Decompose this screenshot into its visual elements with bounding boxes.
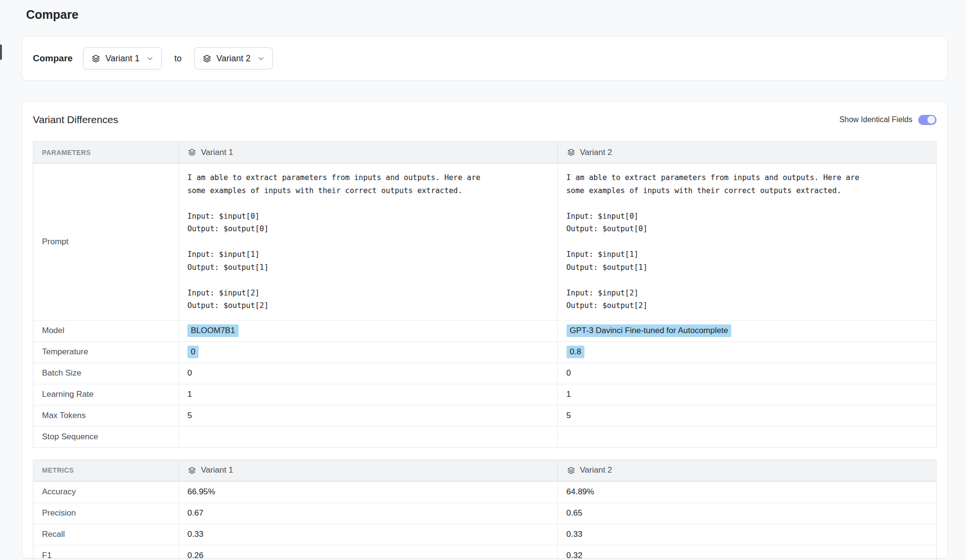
row-value-variant1: 5 bbox=[178, 406, 557, 426]
diff-highlight: GPT-3 Davinci Fine-tuned for Autocomplet… bbox=[567, 324, 732, 337]
row-value-variant2: 0 bbox=[557, 363, 937, 384]
row-value-variant1: 0 bbox=[178, 363, 557, 384]
to-label: to bbox=[172, 54, 184, 64]
table-row-stop-sequence: Stop Sequence bbox=[33, 426, 936, 448]
row-value-variant1: 0.26 bbox=[178, 546, 557, 560]
prompt-text: I am able to extract parameters from inp… bbox=[567, 171, 860, 312]
row-value-variant2: 1 bbox=[557, 384, 937, 405]
row-label: Precision bbox=[33, 503, 178, 524]
row-value-variant1: I am able to extract parameters from inp… bbox=[178, 164, 557, 320]
variant-differences-title: Variant Differences bbox=[33, 114, 118, 126]
table-row-learning-rate: Learning Rate 1 1 bbox=[33, 384, 936, 405]
layers-icon bbox=[187, 148, 197, 157]
row-value-variant2: 0.33 bbox=[557, 524, 937, 545]
column-header-variant2: Variant 2 bbox=[557, 142, 937, 163]
layers-icon bbox=[567, 148, 576, 157]
row-label: Accuracy bbox=[33, 482, 178, 503]
row-value-variant1: 0 bbox=[178, 342, 557, 363]
row-value-variant2: 0.32 bbox=[557, 546, 937, 560]
table-row-f1: F1 0.26 0.32 bbox=[33, 545, 936, 560]
table-row-max-tokens: Max Tokens 5 5 bbox=[33, 405, 936, 426]
row-label: Batch Size bbox=[33, 363, 178, 384]
column-header-variant2-label: Variant 2 bbox=[580, 465, 612, 475]
table-row-accuracy: Accuracy 66.95% 64.89% bbox=[33, 481, 936, 503]
row-label: F1 bbox=[33, 546, 178, 560]
scrollbar[interactable] bbox=[0, 44, 2, 60]
table-row-model: Model BLOOM7B1 GPT-3 Davinci Fine-tuned … bbox=[33, 320, 936, 341]
row-value-variant2: 0.8 bbox=[557, 342, 937, 363]
layers-icon bbox=[187, 466, 197, 475]
compare-selector-card: Compare Variant 1 to Variant 2 bbox=[22, 36, 948, 81]
row-value-variant1: 1 bbox=[178, 384, 557, 405]
parameters-header-row: PARAMETERS Variant 1 Variant 2 bbox=[33, 142, 936, 163]
row-value-variant2: 5 bbox=[557, 406, 937, 426]
layers-icon bbox=[202, 54, 212, 64]
column-header-variant2-label: Variant 2 bbox=[580, 148, 612, 157]
variant-1-dropdown-label: Variant 1 bbox=[105, 54, 140, 64]
variant-differences-card: Variant Differences Show Identical Field… bbox=[22, 101, 948, 559]
diff-highlight: 0.8 bbox=[567, 346, 585, 358]
row-value-variant1: 66.95% bbox=[178, 482, 557, 503]
table-row-precision: Precision 0.67 0.65 bbox=[33, 503, 936, 524]
diff-highlight: 0 bbox=[187, 346, 199, 358]
diff-highlight: BLOOM7B1 bbox=[187, 324, 239, 337]
page-title: Compare bbox=[26, 8, 78, 22]
metrics-table: METRICS Variant 1 Variant 2 Accuracy 66.… bbox=[33, 460, 937, 560]
column-header-variant1: Variant 1 bbox=[178, 142, 557, 163]
row-value-variant2: 64.89% bbox=[557, 482, 937, 503]
row-value-variant1 bbox=[178, 427, 557, 448]
section-label-parameters: PARAMETERS bbox=[42, 149, 91, 156]
prompt-text: I am able to extract parameters from inp… bbox=[187, 171, 481, 312]
chevron-down-icon bbox=[146, 55, 154, 63]
row-value-variant1: 0.67 bbox=[178, 503, 557, 524]
variant-1-dropdown[interactable]: Variant 1 bbox=[83, 47, 162, 70]
table-row-prompt: Prompt I am able to extract parameters f… bbox=[33, 163, 936, 320]
row-label: Model bbox=[33, 321, 178, 341]
row-value-variant1: 0.33 bbox=[178, 524, 557, 545]
section-label-metrics: METRICS bbox=[42, 466, 74, 474]
row-value-variant2: GPT-3 Davinci Fine-tuned for Autocomplet… bbox=[557, 321, 937, 341]
table-row-recall: Recall 0.33 0.33 bbox=[33, 524, 936, 545]
compare-label: Compare bbox=[33, 53, 72, 64]
variant-2-dropdown[interactable]: Variant 2 bbox=[194, 47, 273, 70]
row-value-variant2: I am able to extract parameters from inp… bbox=[557, 164, 937, 320]
metrics-header-row: METRICS Variant 1 Variant 2 bbox=[33, 460, 936, 481]
chevron-down-icon bbox=[257, 55, 265, 63]
row-label: Stop Sequence bbox=[33, 427, 178, 448]
toggle-thumb bbox=[927, 116, 935, 124]
column-header-variant1-label: Variant 1 bbox=[201, 148, 233, 157]
column-header-variant2: Variant 2 bbox=[557, 460, 937, 481]
show-identical-fields-label: Show Identical Fields bbox=[839, 115, 912, 124]
row-label: Max Tokens bbox=[33, 406, 178, 426]
table-row-temperature: Temperature 0 0.8 bbox=[33, 341, 936, 363]
row-value-variant2: 0.65 bbox=[557, 503, 937, 524]
row-value-variant2 bbox=[557, 427, 937, 448]
layers-icon bbox=[91, 54, 101, 64]
variant-2-dropdown-label: Variant 2 bbox=[216, 54, 251, 64]
column-header-variant1: Variant 1 bbox=[178, 460, 557, 481]
row-label: Learning Rate bbox=[33, 384, 178, 405]
row-label: Temperature bbox=[33, 342, 178, 363]
show-identical-fields-toggle[interactable] bbox=[918, 115, 937, 125]
row-label: Recall bbox=[33, 524, 178, 545]
row-value-variant1: BLOOM7B1 bbox=[178, 321, 557, 341]
layers-icon bbox=[567, 466, 576, 475]
column-header-variant1-label: Variant 1 bbox=[201, 465, 233, 475]
table-row-batch-size: Batch Size 0 0 bbox=[33, 363, 936, 384]
parameters-table: PARAMETERS Variant 1 Variant 2 Prompt I … bbox=[33, 141, 937, 448]
row-label: Prompt bbox=[33, 164, 178, 320]
